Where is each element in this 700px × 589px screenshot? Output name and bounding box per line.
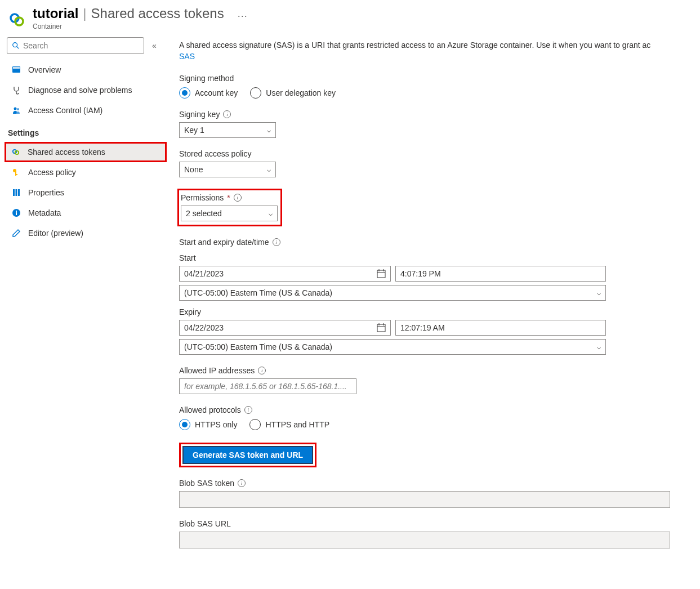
sidebar-item-label: Metadata: [28, 208, 61, 217]
info-icon[interactable]: i: [238, 479, 246, 487]
sidebar: « Overview Diagnose and solve problems A…: [0, 33, 167, 548]
properties-icon: [11, 188, 21, 198]
title-separator: |: [81, 6, 88, 21]
resource-subtitle: Container: [33, 23, 224, 30]
start-expiry-label: Start and expiry date/time: [179, 238, 269, 247]
edit-icon: [11, 228, 21, 238]
blob-sas-token-output[interactable]: [179, 491, 670, 508]
svg-rect-19: [377, 270, 385, 278]
signing-method-account-key[interactable]: Account key: [179, 87, 238, 99]
svg-point-7: [17, 108, 19, 110]
svg-rect-13: [13, 189, 15, 196]
sidebar-item-editor[interactable]: Editor (preview): [7, 223, 167, 243]
start-time-input[interactable]: 4:07:19 PM: [395, 266, 606, 282]
collapse-sidebar-button[interactable]: «: [150, 39, 159, 52]
svg-rect-15: [18, 189, 20, 196]
sidebar-item-label: Access policy: [28, 168, 76, 177]
chevron-down-icon: ⌵: [267, 126, 271, 134]
signing-method-label: Signing method: [179, 74, 700, 83]
permissions-select[interactable]: 2 selected ⌵: [181, 206, 278, 221]
signing-key-select[interactable]: Key 1 ⌵: [179, 122, 276, 138]
metadata-icon: [11, 208, 21, 218]
radio-icon: [249, 419, 261, 430]
expiry-time-input[interactable]: 12:07:19 AM: [395, 320, 606, 336]
page-description: A shared access signature (SAS) is a URI…: [179, 39, 700, 63]
link-icon: [11, 147, 21, 157]
permissions-label: Permissions: [181, 193, 224, 202]
svg-line-3: [17, 47, 19, 49]
sas-learn-more-link[interactable]: SAS: [179, 52, 195, 61]
protocol-https-only[interactable]: HTTPS only: [179, 419, 237, 430]
blob-sas-token-label: Blob SAS token: [179, 479, 234, 488]
chevron-down-icon: ⌵: [267, 166, 271, 173]
signing-method-user-delegation[interactable]: User delegation key: [250, 87, 336, 99]
info-icon[interactable]: i: [234, 194, 242, 202]
svg-rect-5: [13, 67, 20, 69]
calendar-icon: [377, 323, 386, 332]
sidebar-item-shared-access-tokens[interactable]: Shared access tokens: [5, 142, 167, 162]
expiry-date-input[interactable]: 04/22/2023: [179, 320, 391, 336]
stored-policy-label: Stored access policy: [179, 149, 700, 158]
resource-name: tutorial: [33, 6, 78, 21]
blob-sas-url-output[interactable]: [179, 532, 670, 548]
sidebar-item-diagnose[interactable]: Diagnose and solve problems: [7, 80, 167, 100]
svg-point-6: [14, 108, 17, 110]
expiry-timezone-select[interactable]: (UTC-05:00) Eastern Time (US & Canada) ⌵: [179, 339, 606, 355]
sidebar-item-label: Access Control (IAM): [28, 106, 102, 115]
sidebar-item-access-policy[interactable]: Access policy: [7, 162, 167, 182]
sidebar-item-label: Editor (preview): [28, 229, 83, 238]
chevron-down-icon: ⌵: [269, 209, 273, 217]
start-label: Start: [179, 253, 700, 262]
svg-point-2: [13, 43, 17, 47]
radio-icon: [179, 87, 190, 99]
main-content: A shared access signature (SAS) is a URI…: [167, 33, 700, 548]
diagnose-icon: [11, 85, 21, 95]
container-icon: [7, 9, 27, 29]
calendar-icon: [377, 269, 386, 278]
svg-rect-17: [16, 211, 17, 212]
sidebar-item-metadata[interactable]: Metadata: [7, 203, 167, 223]
key-icon: [11, 167, 21, 177]
sidebar-item-label: Properties: [28, 188, 64, 197]
page-header: tutorial | Shared access tokens Containe…: [0, 0, 700, 33]
svg-rect-23: [377, 324, 385, 332]
allowed-ip-label: Allowed IP addresses: [179, 366, 255, 375]
radio-icon: [179, 419, 190, 430]
iam-icon: [11, 105, 21, 115]
info-icon[interactable]: i: [258, 367, 266, 374]
svg-rect-12: [15, 174, 17, 175]
chevron-down-icon: ⌵: [597, 289, 601, 297]
info-icon[interactable]: i: [223, 110, 231, 118]
protocol-https-and-http[interactable]: HTTPS and HTTP: [249, 419, 329, 430]
sidebar-item-iam[interactable]: Access Control (IAM): [7, 100, 167, 121]
svg-rect-14: [16, 189, 17, 196]
sidebar-search[interactable]: [7, 37, 144, 54]
overview-icon: [11, 65, 21, 75]
sidebar-item-overview[interactable]: Overview: [7, 60, 167, 80]
signing-key-label: Signing key: [179, 110, 220, 119]
stored-policy-select[interactable]: None ⌵: [179, 162, 276, 177]
page-title: Shared access tokens: [91, 6, 224, 21]
sidebar-item-label: Shared access tokens: [28, 148, 105, 157]
radio-icon: [250, 87, 261, 99]
sidebar-section-settings: Settings: [7, 121, 167, 142]
sidebar-item-label: Overview: [28, 65, 61, 74]
info-icon[interactable]: i: [273, 238, 280, 246]
sidebar-item-label: Diagnose and solve problems: [28, 86, 132, 95]
start-date-input[interactable]: 04/21/2023: [179, 266, 391, 282]
expiry-label: Expiry: [179, 307, 700, 316]
svg-rect-18: [16, 212, 17, 215]
start-timezone-select[interactable]: (UTC-05:00) Eastern Time (US & Canada) ⌵: [179, 285, 606, 301]
search-icon: [12, 42, 20, 50]
allowed-protocols-label: Allowed protocols: [179, 405, 241, 414]
chevron-down-icon: ⌵: [597, 343, 601, 351]
generate-sas-button[interactable]: Generate SAS token and URL: [182, 446, 313, 464]
required-asterisk: *: [227, 193, 230, 202]
more-actions-button[interactable]: ···: [238, 6, 248, 22]
sidebar-item-properties[interactable]: Properties: [7, 182, 167, 203]
blob-sas-url-label: Blob SAS URL: [179, 519, 700, 528]
allowed-ip-input[interactable]: [179, 378, 356, 394]
search-input[interactable]: [20, 41, 139, 50]
info-icon[interactable]: i: [244, 406, 252, 414]
